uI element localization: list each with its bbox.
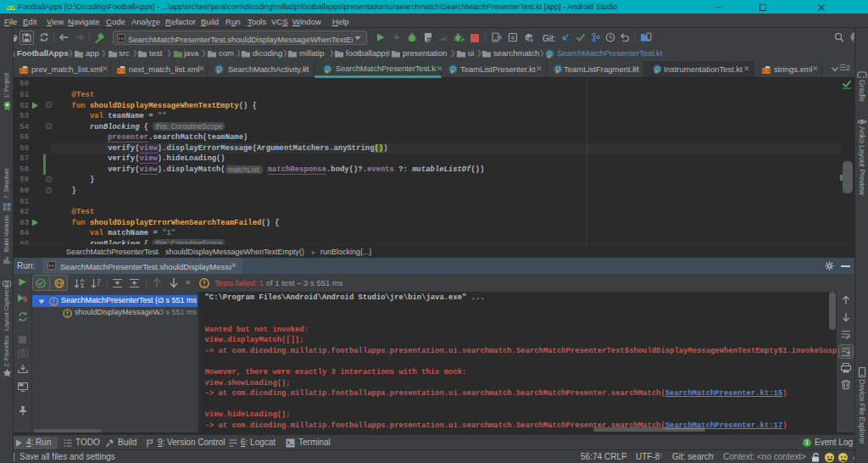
svg-text:9: 9 — [23, 295, 27, 304]
